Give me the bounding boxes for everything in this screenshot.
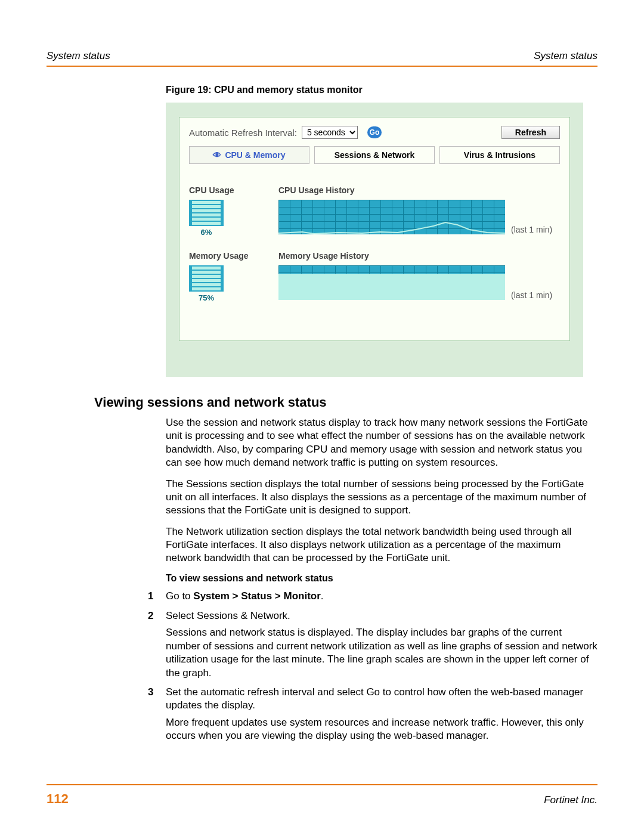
section-heading: Viewing sessions and network status	[94, 395, 597, 410]
step-1: Go to System > Status > Monitor.	[148, 590, 597, 603]
paragraph-2: The Sessions section displays the total …	[166, 478, 597, 517]
refresh-interval-select[interactable]: 5 seconds	[302, 126, 358, 139]
status-monitor-screenshot: Automatic Refresh Interval: 5 seconds Go…	[166, 103, 583, 377]
go-button[interactable]: Go	[367, 126, 382, 138]
bottom-rule	[47, 784, 597, 785]
cpu-usage-gauge: 6%	[189, 200, 224, 226]
tab-virus-label: Virus & Intrusions	[464, 150, 535, 160]
step-2: Select Sessions & Network. Sessions and …	[148, 609, 597, 680]
memory-usage-percent: 75%	[189, 293, 224, 302]
paragraph-3: The Network utilization section displays…	[166, 525, 597, 565]
memory-history-range: (last 1 min)	[511, 290, 552, 300]
step-3: Set the automatic refresh interval and s…	[148, 686, 597, 743]
tab-virus-intrusions[interactable]: Virus & Intrusions	[439, 146, 560, 164]
cpu-history-range: (last 1 min)	[511, 225, 552, 234]
memory-usage-gauge: 75%	[189, 265, 224, 292]
eye-icon: 👁	[213, 150, 221, 160]
company-name: Fortinet Inc.	[544, 794, 597, 806]
refresh-button[interactable]: Refresh	[501, 126, 560, 139]
cpu-history-chart	[278, 200, 505, 234]
top-rule	[47, 66, 597, 67]
header-right: System status	[534, 50, 597, 62]
tab-cpu-memory[interactable]: 👁 CPU & Memory	[189, 146, 309, 164]
memory-history-title: Memory Usage History	[278, 251, 560, 261]
sub-heading: To view sessions and network status	[166, 573, 597, 584]
tab-sessions-network[interactable]: Sessions & Network	[314, 146, 435, 164]
header-left: System status	[47, 50, 110, 62]
cpu-usage-percent: 6%	[189, 228, 224, 237]
cpu-usage-title: CPU Usage	[189, 185, 278, 195]
page-number: 112	[47, 791, 69, 807]
tab-sessions-label: Sessions & Network	[335, 150, 415, 160]
refresh-interval-label: Automatic Refresh Interval:	[189, 128, 297, 138]
cpu-history-title: CPU Usage History	[278, 185, 560, 195]
paragraph-1: Use the session and network status displ…	[166, 416, 597, 469]
memory-usage-title: Memory Usage	[189, 251, 278, 261]
tab-cpu-memory-label: CPU & Memory	[225, 150, 285, 160]
figure-caption: Figure 19: CPU and memory status monitor	[166, 85, 597, 95]
memory-history-chart	[278, 265, 505, 300]
